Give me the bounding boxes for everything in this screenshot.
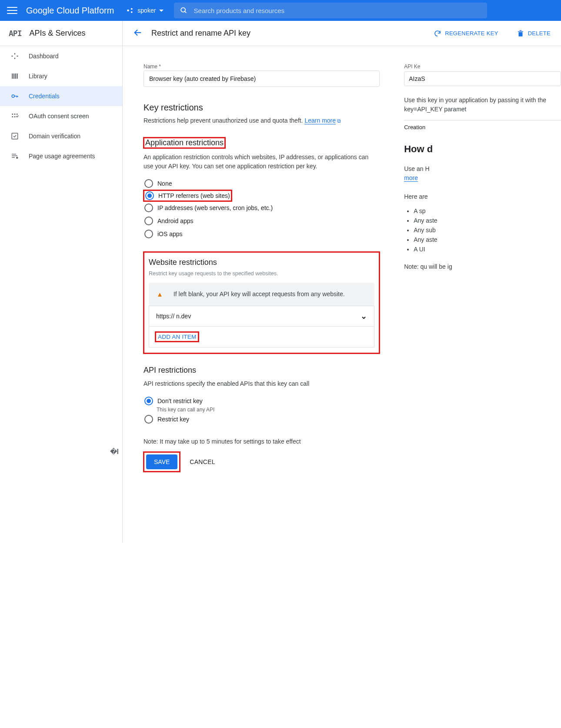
chevron-down-icon: ⌄	[361, 311, 367, 321]
project-selector[interactable]: spoker	[126, 7, 164, 14]
svg-point-15	[17, 114, 18, 115]
svg-point-1	[131, 8, 133, 10]
sidebar-item-label: Page usage agreements	[29, 153, 95, 160]
warning-banner: ▲ If left blank, your API key will accep…	[149, 283, 374, 306]
search-input[interactable]	[194, 7, 481, 14]
api-key-usage-desc: Use this key in your application by pass…	[404, 96, 561, 114]
search-icon	[180, 7, 187, 14]
cancel-button[interactable]: CANCEL	[190, 458, 215, 465]
api-restrictions-heading: API restrictions	[144, 366, 380, 375]
svg-rect-24	[518, 32, 522, 37]
svg-rect-18	[12, 133, 18, 139]
sidebar-item-label: Library	[29, 73, 47, 80]
app-restrictions-heading: Application restrictions	[144, 137, 225, 148]
radio-dont-restrict-sub: This key can call any API	[157, 407, 380, 413]
sidebar-item-credentials[interactable]: Credentials	[0, 86, 122, 106]
svg-rect-6	[13, 73, 14, 79]
search-bar[interactable]	[174, 3, 487, 18]
api-key-value[interactable]: AIzaS	[404, 71, 561, 86]
sidebar-item-label: Credentials	[29, 93, 60, 100]
svg-line-4	[185, 11, 187, 13]
app-restrictions-radio-group: None HTTP referrers (web sites) IP addre…	[144, 177, 380, 240]
settings-delay-note: Note: It may take up to 5 minutes for se…	[144, 438, 380, 445]
project-name: spoker	[137, 7, 156, 14]
svg-point-14	[14, 114, 16, 115]
radio-restrict-key[interactable]: Restrict key	[144, 413, 380, 426]
sidebar-item-library[interactable]: Library	[0, 66, 122, 86]
menu-icon[interactable]	[7, 5, 17, 16]
svg-rect-8	[17, 73, 18, 79]
website-restrictions-heading: Website restrictions	[149, 258, 374, 267]
radio-ip-addresses[interactable]: IP addresses (web servers, cron jobs, et…	[144, 201, 380, 214]
sidebar-section-title: APIs & Services	[30, 29, 86, 38]
sidebar-item-label: OAuth consent screen	[29, 113, 89, 120]
svg-rect-26	[519, 30, 521, 31]
creation-label: Creation	[404, 120, 561, 130]
sidebar-item-label: Dashboard	[29, 53, 59, 60]
agreements-icon	[10, 152, 19, 160]
save-button[interactable]: SAVE	[146, 454, 177, 469]
svg-rect-7	[15, 73, 16, 79]
svg-point-22	[16, 157, 18, 159]
sidebar-item-oauth[interactable]: OAuth consent screen	[0, 106, 122, 126]
svg-point-3	[181, 8, 186, 12]
sidebar-item-label: Domain verification	[29, 133, 80, 140]
warning-text: If left blank, your API key will accept …	[174, 290, 345, 299]
collapse-sidebar-icon[interactable]: �I	[110, 447, 119, 456]
sidebar-item-dashboard[interactable]: Dashboard	[0, 46, 122, 66]
radio-none[interactable]: None	[144, 177, 380, 190]
svg-point-0	[127, 10, 130, 12]
more-link[interactable]: more	[404, 174, 418, 182]
key-icon	[10, 92, 19, 100]
consent-icon	[10, 112, 19, 120]
api-logo: API	[9, 29, 22, 38]
api-key-label: API Ke	[404, 63, 561, 70]
chevron-down-icon	[159, 10, 164, 12]
svg-point-2	[131, 11, 133, 13]
sidebar: API APIs & Services Dashboard Library Cr…	[0, 21, 123, 543]
note-footer: Note: qu will be ig	[404, 262, 561, 271]
dashboard-icon	[10, 52, 19, 60]
svg-point-17	[14, 116, 16, 117]
svg-rect-5	[12, 73, 13, 79]
refresh-icon	[434, 30, 441, 37]
svg-point-9	[12, 95, 14, 97]
website-restrictions-hint: Restrict key usage requests to the speci…	[149, 270, 374, 277]
learn-more-link[interactable]: Learn more	[304, 117, 336, 124]
delete-button[interactable]: DELETE	[517, 30, 551, 37]
name-input[interactable]	[144, 70, 380, 87]
add-item-button[interactable]: ADD AN ITEM	[155, 332, 199, 342]
website-restrictions-panel: Website restrictions Restrict key usage …	[144, 252, 380, 354]
radio-android-apps[interactable]: Android apps	[144, 214, 380, 227]
project-icon	[126, 7, 134, 14]
side-info-panel: API Ke AIzaS Use this key in your applic…	[401, 63, 561, 472]
trash-icon	[517, 30, 524, 37]
regenerate-key-button[interactable]: REGENERATE KEY	[434, 30, 498, 37]
warning-icon: ▲	[157, 291, 163, 298]
back-arrow-icon[interactable]	[133, 28, 143, 39]
svg-point-16	[12, 116, 13, 117]
library-icon	[10, 72, 19, 80]
svg-point-13	[12, 114, 13, 115]
check-square-icon	[10, 132, 19, 140]
api-restrictions-desc: API restrictions specify the enabled API…	[144, 379, 380, 388]
tips-list: A sp Any aste Any sub Any aste A UI	[414, 207, 561, 253]
referrer-entry-row[interactable]: https:// n.dev ⌄	[149, 306, 374, 326]
radio-http-referrers[interactable]: HTTP referrers (web sites)	[144, 190, 232, 201]
page-title: Restrict and rename API key	[151, 29, 250, 38]
radio-dont-restrict[interactable]: Don't restrict key	[144, 394, 380, 407]
external-link-icon: ⧉	[337, 118, 341, 124]
brand-label: Google Cloud Platform	[26, 6, 114, 16]
sidebar-item-domain[interactable]: Domain verification	[0, 126, 122, 146]
key-restrictions-heading: Key restrictions	[144, 103, 380, 113]
name-field-label: Name *	[144, 63, 380, 70]
key-restrictions-desc: Restrictions help prevent unauthorized u…	[144, 116, 380, 125]
app-restrictions-desc: An application restriction controls whic…	[144, 153, 380, 171]
how-heading: How d	[404, 144, 561, 155]
here-are-label: Here are	[404, 192, 561, 201]
referrer-entry-value: https:// n.dev	[156, 313, 191, 320]
sidebar-item-usage[interactable]: Page usage agreements	[0, 146, 122, 166]
radio-ios-apps[interactable]: iOS apps	[144, 227, 380, 240]
svg-rect-25	[518, 31, 523, 32]
